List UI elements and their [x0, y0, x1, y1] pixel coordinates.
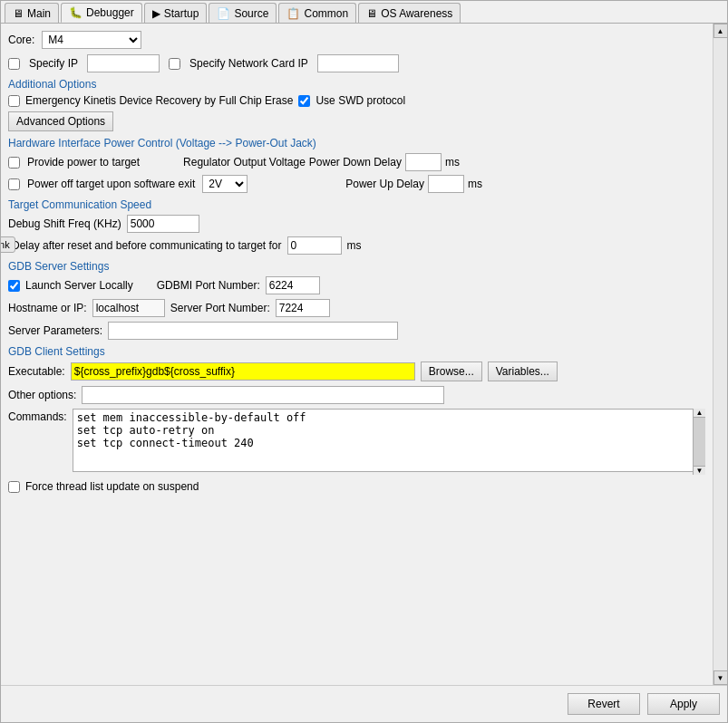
delay-ms-label: ms — [347, 239, 362, 252]
hardware-power-section: Hardware Interface Power Control (Voltag… — [8, 137, 705, 193]
other-options-input[interactable] — [82, 386, 444, 404]
main-window: 🖥 Main 🐛 Debugger ▶ Startup 📄 Source 📋 C… — [0, 0, 728, 723]
advanced-options-row: Advanced Options — [8, 111, 705, 131]
executable-label: Executable: — [8, 365, 65, 378]
target-comm-section: Target Communication Speed Debug Shift F… — [8, 198, 705, 233]
power-off-checkbox[interactable] — [8, 178, 20, 190]
debug-shift-label: Debug Shift Freq (KHz) — [8, 217, 121, 230]
core-row: Core: M4 M0 M0+ M7 A5 A9 — [8, 31, 705, 49]
power-up-delay-label: Power Up Delay — [345, 178, 424, 190]
tab-common[interactable]: 📋 Common — [278, 3, 356, 23]
advanced-options-button[interactable]: Advanced Options — [8, 111, 113, 131]
commands-row: Commands: set mem inaccessible-by-defaul… — [8, 409, 705, 475]
power-down-delay-label: Power Down Delay — [309, 156, 402, 169]
debugger-icon: 🐛 — [69, 6, 83, 19]
hardware-power-label: Hardware Interface Power Control (Voltag… — [8, 137, 705, 149]
apply-button[interactable]: Apply — [647, 693, 720, 715]
specify-network-label: Specify Network Card IP — [189, 57, 308, 70]
delay-row: Delay after reset and before communicati… — [8, 236, 705, 255]
emergency-checkbox[interactable] — [8, 95, 20, 107]
force-thread-row: Force thread list update on suspend — [8, 480, 705, 493]
gdb-server-label: GDB Server Settings — [8, 260, 705, 273]
additional-options-section: Additional Options Emergency Kinetis Dev… — [8, 78, 705, 131]
provide-power-row: Provide power to target Regulator Output… — [8, 153, 705, 171]
specify-ip-checkbox[interactable] — [8, 58, 20, 70]
delay-input[interactable] — [287, 236, 342, 255]
source-icon: 📄 — [217, 7, 230, 20]
core-label: Core: — [8, 34, 34, 46]
gdbmi-port-label: GDBMI Port Number: — [157, 279, 260, 292]
hostname-label: Hostname or IP: — [8, 302, 87, 314]
tab-os-awareness[interactable]: 🖥 OS Awareness — [358, 3, 461, 23]
power-down-ms-label: ms — [445, 156, 460, 169]
jlink-tab[interactable]: JLink — [1, 236, 15, 253]
browse-button[interactable]: Browse... — [421, 362, 482, 381]
textarea-scroll-up[interactable]: ▲ — [694, 409, 705, 418]
power-off-label: Power off target upon software exit — [27, 178, 195, 190]
bottom-bar: Revert Apply — [1, 685, 727, 722]
target-comm-label: Target Communication Speed — [8, 198, 705, 211]
os-icon: 🖥 — [366, 7, 377, 20]
gdb-client-section: GDB Client Settings Executable: Browse..… — [8, 345, 705, 475]
specify-ip-input[interactable] — [87, 54, 160, 72]
server-params-row: Server Parameters: — [8, 322, 705, 340]
startup-icon: ▶ — [152, 7, 160, 20]
power-down-delay-input[interactable] — [405, 153, 442, 171]
force-thread-label: Force thread list update on suspend — [25, 480, 199, 493]
provide-power-label: Provide power to target — [27, 156, 140, 169]
force-thread-checkbox[interactable] — [8, 481, 20, 493]
scroll-down-button[interactable]: ▼ — [713, 670, 728, 685]
scrollbar: ▲ ▼ — [713, 24, 727, 685]
tab-debugger[interactable]: 🐛 Debugger — [61, 3, 142, 23]
executable-input[interactable] — [71, 362, 415, 381]
emergency-row: Emergency Kinetis Device Recovery by Ful… — [8, 94, 705, 107]
power-up-delay-input[interactable] — [428, 175, 464, 193]
commands-textarea[interactable]: set mem inaccessible-by-default off set … — [73, 409, 705, 472]
regulator-group: Regulator Output Voltage Power Down Dela… — [183, 153, 460, 171]
tab-bar: 🖥 Main 🐛 Debugger ▶ Startup 📄 Source 📋 C… — [1, 1, 727, 24]
specify-network-checkbox[interactable] — [169, 58, 180, 70]
specify-ip-label: Specify IP — [29, 57, 78, 70]
scroll-up-button[interactable]: ▲ — [713, 24, 728, 38]
textarea-scroll-down[interactable]: ▼ — [694, 466, 705, 475]
specify-row: Specify IP Specify Network Card IP — [8, 54, 705, 72]
launch-server-checkbox[interactable] — [8, 280, 20, 292]
main-icon: 🖥 — [13, 7, 24, 20]
provide-power-checkbox[interactable] — [8, 157, 20, 169]
server-params-label: Server Parameters: — [8, 324, 102, 337]
other-options-label: Other options: — [8, 389, 76, 401]
content-area: Core: M4 M0 M0+ M7 A5 A9 Specify IP Spec… — [1, 24, 727, 685]
additional-options-label: Additional Options — [8, 78, 705, 91]
server-port-label: Server Port Number: — [170, 302, 270, 314]
main-panel: Core: M4 M0 M0+ M7 A5 A9 Specify IP Spec… — [1, 24, 713, 685]
common-icon: 📋 — [286, 7, 300, 20]
hostname-row: Hostname or IP: Server Port Number: — [8, 299, 705, 317]
gdbmi-port-input[interactable] — [266, 276, 320, 294]
delay-label: Delay after reset and before communicati… — [12, 239, 282, 252]
launch-server-label: Launch Server Locally — [25, 279, 133, 292]
specify-network-input[interactable] — [317, 54, 399, 72]
speed-row: Debug Shift Freq (KHz) — [8, 215, 705, 233]
gdb-server-section: GDB Server Settings Launch Server Locall… — [8, 260, 705, 340]
scroll-track[interactable] — [713, 38, 727, 670]
power-up-ms-label: ms — [468, 178, 482, 190]
tab-startup[interactable]: ▶ Startup — [144, 3, 208, 23]
use-swd-checkbox[interactable] — [298, 95, 310, 107]
variables-button[interactable]: Variables... — [488, 362, 558, 381]
core-select[interactable]: M4 M0 M0+ M7 A5 A9 — [42, 31, 141, 49]
executable-row: Executable: Browse... Variables... — [8, 362, 705, 381]
revert-button[interactable]: Revert — [568, 693, 640, 715]
debug-shift-input[interactable] — [127, 215, 199, 233]
server-params-input[interactable] — [108, 322, 398, 340]
power-off-row: Power off target upon software exit 2V 3… — [8, 175, 705, 193]
launch-server-row: Launch Server Locally GDBMI Port Number: — [8, 276, 705, 294]
regulator-label: Regulator Output Voltage — [183, 156, 306, 169]
commands-label: Commands: — [8, 409, 67, 423]
voltage-select[interactable]: 2V 3.3V 5V — [202, 175, 248, 193]
tab-source[interactable]: 📄 Source — [209, 3, 277, 23]
gdb-client-label: GDB Client Settings — [8, 345, 705, 358]
emergency-label: Emergency Kinetis Device Recovery by Ful… — [25, 94, 293, 107]
server-port-input[interactable] — [276, 299, 330, 317]
hostname-input[interactable] — [92, 299, 165, 317]
tab-main[interactable]: 🖥 Main — [5, 3, 59, 23]
